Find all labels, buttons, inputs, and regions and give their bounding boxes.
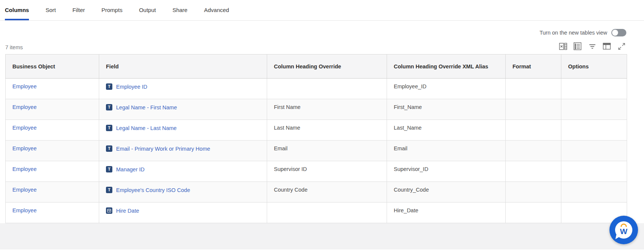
business-object-link[interactable]: Employee	[12, 83, 36, 89]
xml-alias-cell: Country_Code	[387, 182, 506, 203]
col-header-business-object: Business Object	[6, 54, 99, 79]
col-header-format: Format	[506, 54, 561, 79]
column-heading-override-cell: Country Code	[267, 182, 387, 203]
options-cell	[561, 161, 627, 182]
options-cell	[561, 141, 627, 161]
col-header-options: Options	[561, 54, 627, 79]
field-cell: TEmployee's Country ISO Code	[99, 182, 267, 203]
items-count: 7 items	[5, 44, 23, 51]
table-row: Employee Hire Date Hire_Date	[6, 203, 627, 223]
business-object-link[interactable]: Employee	[12, 104, 36, 110]
xml-alias-cell: Email	[387, 141, 506, 161]
format-cell	[506, 182, 561, 203]
tab-output[interactable]: Output	[139, 0, 156, 20]
report-tab-bar: Columns Sort Filter Prompts Output Share…	[0, 0, 644, 21]
col-header-xml-alias: Column Heading Override XML Alias	[387, 54, 506, 79]
table-row: Employee TManager ID Supervisor ID Super…	[6, 161, 627, 182]
format-cell	[506, 120, 561, 141]
xml-alias-cell: Hire_Date	[387, 203, 506, 223]
freeze-panes-icon[interactable]	[602, 41, 612, 51]
business-object-cell: Employee	[6, 203, 99, 223]
field-link[interactable]: Hire Date	[116, 208, 139, 214]
expand-fullscreen-icon[interactable]	[617, 41, 626, 51]
field-link[interactable]: Legal Name - Last Name	[116, 125, 177, 131]
business-object-cell: Employee	[6, 141, 99, 161]
field-cell: TEmployee ID	[99, 79, 267, 99]
new-tables-view-row: Turn on the new tables view	[0, 29, 626, 37]
options-cell	[561, 120, 627, 141]
table-row: Employee TEmployee ID Employee_ID	[6, 79, 627, 99]
field-cell: TEmail - Primary Work or Primary Home	[99, 141, 267, 161]
table-toolbar	[558, 41, 626, 51]
new-tables-view-label: Turn on the new tables view	[540, 30, 607, 36]
field-cell: TLegal Name - Last Name	[99, 120, 267, 141]
field-link[interactable]: Employee's Country ISO Code	[116, 187, 190, 193]
format-cell	[506, 79, 561, 99]
xml-alias-cell: First_Name	[387, 99, 506, 120]
table-header: Business Object Field Column Heading Ove…	[6, 54, 627, 79]
column-heading-override-cell: First Name	[267, 99, 387, 120]
format-cell	[506, 99, 561, 120]
text-field-icon: T	[106, 125, 112, 131]
business-object-cell: Employee	[6, 79, 99, 99]
page-footer-area	[0, 223, 644, 249]
column-heading-override-cell: Email	[267, 141, 387, 161]
table-row: Employee TLegal Name - First Name First …	[6, 99, 627, 120]
new-tables-view-toggle[interactable]	[611, 29, 626, 36]
filter-icon[interactable]	[587, 41, 597, 51]
format-cell	[506, 141, 561, 161]
date-field-icon	[106, 207, 112, 214]
grid-view-icon[interactable]	[573, 41, 582, 51]
report-columns-table: Business Object Field Column Heading Ove…	[5, 54, 627, 223]
format-cell	[506, 203, 561, 223]
business-object-cell: Employee	[6, 120, 99, 141]
options-cell	[561, 79, 627, 99]
business-object-link[interactable]: Employee	[12, 166, 36, 172]
toggle-knob	[612, 30, 618, 36]
text-field-icon: T	[106, 145, 112, 152]
tab-advanced[interactable]: Advanced	[204, 0, 229, 20]
column-heading-override-cell: Last Name	[267, 120, 387, 141]
format-cell	[506, 161, 561, 182]
xml-alias-cell: Last_Name	[387, 120, 506, 141]
business-object-cell: Employee	[6, 99, 99, 120]
business-object-link[interactable]: Employee	[12, 187, 36, 193]
field-cell: Hire Date	[99, 203, 267, 223]
field-link[interactable]: Legal Name - First Name	[116, 104, 177, 110]
business-object-cell: Employee	[6, 182, 99, 203]
text-field-icon: T	[106, 187, 112, 193]
options-cell	[561, 182, 627, 203]
business-object-link[interactable]: Employee	[12, 207, 36, 213]
tab-sort[interactable]: Sort	[45, 0, 56, 20]
text-field-icon: T	[106, 83, 112, 90]
text-field-icon: T	[106, 104, 112, 110]
business-object-link[interactable]: Employee	[12, 145, 36, 151]
workday-logo: W	[620, 227, 627, 235]
export-to-excel-icon[interactable]	[558, 41, 568, 51]
field-link[interactable]: Email - Primary Work or Primary Home	[116, 146, 210, 152]
business-object-link[interactable]: Employee	[12, 125, 36, 131]
field-link[interactable]: Employee ID	[116, 84, 147, 90]
xml-alias-cell: Employee_ID	[387, 79, 506, 99]
workday-assistant-button[interactable]: W	[609, 216, 638, 244]
text-field-icon: T	[106, 166, 112, 172]
options-cell	[561, 99, 627, 120]
tab-filter[interactable]: Filter	[73, 0, 85, 20]
field-cell: TLegal Name - First Name	[99, 99, 267, 120]
table-row: Employee TEmployee's Country ISO Code Co…	[6, 182, 627, 203]
xml-alias-cell: Supervisor_ID	[387, 161, 506, 182]
col-header-field: Field	[99, 54, 267, 79]
table-row: Employee TEmail - Primary Work or Primar…	[6, 141, 627, 161]
table-header-row: 7 items	[5, 41, 626, 51]
column-heading-override-cell	[267, 79, 387, 99]
col-header-column-heading-override: Column Heading Override	[267, 54, 387, 79]
business-object-cell: Employee	[6, 161, 99, 182]
field-link[interactable]: Manager ID	[116, 166, 145, 172]
column-heading-override-cell: Supervisor ID	[267, 161, 387, 182]
tab-prompts[interactable]: Prompts	[101, 0, 122, 20]
table-row: Employee TLegal Name - Last Name Last Na…	[6, 120, 627, 141]
tab-share[interactable]: Share	[172, 0, 187, 20]
chat-bubble-icon: W	[615, 221, 632, 239]
tab-columns[interactable]: Columns	[5, 0, 29, 20]
workday-arc-icon	[620, 224, 627, 227]
